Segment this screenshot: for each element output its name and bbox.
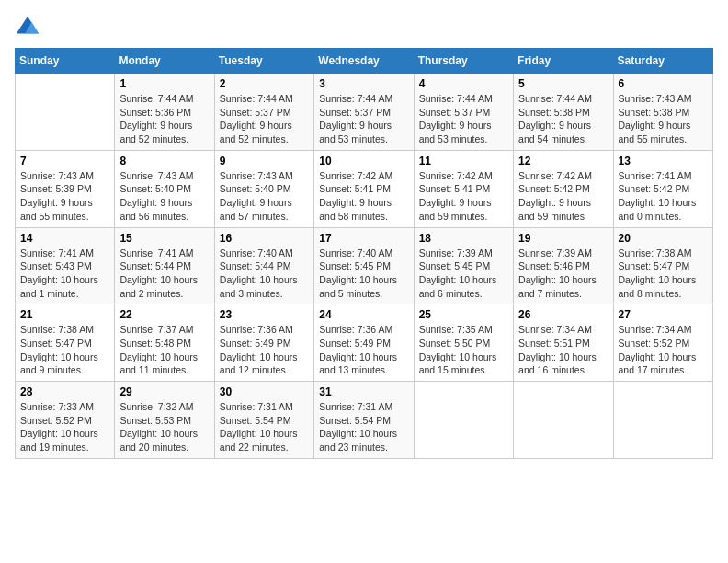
day-number: 4 [419, 77, 508, 90]
day-number: 29 [119, 385, 209, 398]
day-info: Sunrise: 7:39 AMSunset: 5:45 PMDaylight:… [419, 247, 508, 301]
day-info: Sunrise: 7:42 AMSunset: 5:41 PMDaylight:… [419, 169, 508, 224]
calendar-week-row: 28Sunrise: 7:33 AMSunset: 5:52 PMDayligh… [16, 382, 713, 459]
day-number: 13 [619, 155, 708, 167]
day-number: 15 [119, 232, 209, 245]
calendar-cell: 29Sunrise: 7:32 AMSunset: 5:53 PMDayligh… [115, 382, 214, 459]
day-info: Sunrise: 7:43 AMSunset: 5:39 PMDaylight:… [20, 169, 109, 224]
calendar-cell: 14Sunrise: 7:41 AMSunset: 5:43 PMDayligh… [16, 227, 115, 304]
day-number: 22 [119, 308, 209, 321]
logo [15, 15, 44, 40]
col-header-saturday: Saturday [613, 49, 712, 74]
day-info: Sunrise: 7:31 AMSunset: 5:54 PMDaylight:… [319, 400, 408, 454]
col-header-friday: Friday [514, 49, 613, 74]
page-header [15, 15, 713, 40]
calendar-cell: 1Sunrise: 7:44 AMSunset: 5:36 PMDaylight… [115, 74, 214, 151]
col-header-tuesday: Tuesday [214, 49, 313, 74]
day-info: Sunrise: 7:43 AMSunset: 5:40 PMDaylight:… [119, 169, 209, 224]
calendar-cell: 28Sunrise: 7:33 AMSunset: 5:52 PMDayligh… [16, 382, 115, 459]
calendar-cell: 23Sunrise: 7:36 AMSunset: 5:49 PMDayligh… [214, 304, 313, 382]
calendar-cell: 18Sunrise: 7:39 AMSunset: 5:45 PMDayligh… [414, 227, 513, 304]
day-info: Sunrise: 7:39 AMSunset: 5:46 PMDaylight:… [518, 247, 608, 301]
day-number: 17 [319, 232, 408, 245]
calendar-cell: 11Sunrise: 7:42 AMSunset: 5:41 PMDayligh… [414, 150, 513, 227]
day-info: Sunrise: 7:41 AMSunset: 5:43 PMDaylight:… [20, 247, 109, 301]
calendar-cell: 4Sunrise: 7:44 AMSunset: 5:37 PMDaylight… [414, 74, 513, 151]
calendar-cell: 6Sunrise: 7:43 AMSunset: 5:38 PMDaylight… [613, 74, 712, 151]
calendar-cell: 3Sunrise: 7:44 AMSunset: 5:37 PMDaylight… [314, 74, 414, 151]
day-number: 21 [20, 308, 109, 321]
calendar-week-row: 1Sunrise: 7:44 AMSunset: 5:36 PMDaylight… [16, 74, 713, 151]
calendar-cell: 8Sunrise: 7:43 AMSunset: 5:40 PMDaylight… [115, 150, 214, 227]
day-info: Sunrise: 7:33 AMSunset: 5:52 PMDaylight:… [20, 400, 109, 454]
day-number: 24 [319, 308, 408, 321]
day-number: 30 [220, 385, 309, 398]
logo-icon [15, 15, 40, 40]
calendar-cell: 31Sunrise: 7:31 AMSunset: 5:54 PMDayligh… [314, 382, 414, 459]
day-info: Sunrise: 7:44 AMSunset: 5:37 PMDaylight:… [220, 92, 309, 146]
calendar-cell: 25Sunrise: 7:35 AMSunset: 5:50 PMDayligh… [414, 304, 513, 382]
calendar-cell: 7Sunrise: 7:43 AMSunset: 5:39 PMDaylight… [16, 150, 115, 227]
calendar-cell [613, 382, 712, 459]
day-number: 5 [518, 77, 608, 90]
day-number: 18 [419, 232, 508, 245]
day-info: Sunrise: 7:44 AMSunset: 5:37 PMDaylight:… [419, 92, 508, 146]
day-number: 16 [220, 232, 309, 245]
day-info: Sunrise: 7:42 AMSunset: 5:42 PMDaylight:… [518, 169, 608, 224]
calendar-cell: 9Sunrise: 7:43 AMSunset: 5:40 PMDaylight… [214, 150, 313, 227]
day-info: Sunrise: 7:37 AMSunset: 5:48 PMDaylight:… [119, 323, 209, 377]
calendar-cell: 12Sunrise: 7:42 AMSunset: 5:42 PMDayligh… [514, 150, 613, 227]
day-info: Sunrise: 7:40 AMSunset: 5:45 PMDaylight:… [319, 247, 408, 301]
day-number: 28 [20, 385, 109, 398]
day-info: Sunrise: 7:44 AMSunset: 5:37 PMDaylight:… [319, 92, 408, 146]
calendar-cell [414, 382, 513, 459]
calendar-cell [514, 382, 613, 459]
day-number: 27 [619, 308, 708, 321]
calendar-cell: 16Sunrise: 7:40 AMSunset: 5:44 PMDayligh… [214, 227, 313, 304]
col-header-monday: Monday [115, 49, 214, 74]
calendar-cell: 20Sunrise: 7:38 AMSunset: 5:47 PMDayligh… [613, 227, 712, 304]
calendar-cell: 24Sunrise: 7:36 AMSunset: 5:49 PMDayligh… [314, 304, 414, 382]
day-number: 25 [419, 308, 508, 321]
day-info: Sunrise: 7:43 AMSunset: 5:38 PMDaylight:… [619, 92, 708, 146]
day-number: 12 [518, 155, 608, 167]
day-number: 23 [220, 308, 309, 321]
day-number: 11 [419, 155, 508, 167]
calendar-cell: 21Sunrise: 7:38 AMSunset: 5:47 PMDayligh… [16, 304, 115, 382]
calendar-cell: 10Sunrise: 7:42 AMSunset: 5:41 PMDayligh… [314, 150, 414, 227]
calendar-cell: 26Sunrise: 7:34 AMSunset: 5:51 PMDayligh… [514, 304, 613, 382]
col-header-sunday: Sunday [16, 49, 115, 74]
calendar-cell: 17Sunrise: 7:40 AMSunset: 5:45 PMDayligh… [314, 227, 414, 304]
day-info: Sunrise: 7:44 AMSunset: 5:36 PMDaylight:… [119, 92, 209, 146]
col-header-thursday: Thursday [414, 49, 513, 74]
day-info: Sunrise: 7:41 AMSunset: 5:42 PMDaylight:… [619, 169, 708, 224]
calendar-cell: 27Sunrise: 7:34 AMSunset: 5:52 PMDayligh… [613, 304, 712, 382]
day-number: 26 [518, 308, 608, 321]
day-number: 9 [220, 155, 309, 167]
calendar-header-row: SundayMondayTuesdayWednesdayThursdayFrid… [16, 49, 713, 74]
day-info: Sunrise: 7:43 AMSunset: 5:40 PMDaylight:… [220, 169, 309, 224]
day-info: Sunrise: 7:40 AMSunset: 5:44 PMDaylight:… [220, 247, 309, 301]
day-info: Sunrise: 7:35 AMSunset: 5:50 PMDaylight:… [419, 323, 508, 377]
day-number: 8 [119, 155, 209, 167]
day-info: Sunrise: 7:34 AMSunset: 5:51 PMDaylight:… [518, 323, 608, 377]
day-number: 20 [619, 232, 708, 245]
calendar-cell: 13Sunrise: 7:41 AMSunset: 5:42 PMDayligh… [613, 150, 712, 227]
day-info: Sunrise: 7:44 AMSunset: 5:38 PMDaylight:… [518, 92, 608, 146]
day-number: 2 [220, 77, 309, 90]
calendar-week-row: 21Sunrise: 7:38 AMSunset: 5:47 PMDayligh… [16, 304, 713, 382]
calendar-week-row: 14Sunrise: 7:41 AMSunset: 5:43 PMDayligh… [16, 227, 713, 304]
day-info: Sunrise: 7:36 AMSunset: 5:49 PMDaylight:… [220, 323, 309, 377]
day-number: 31 [319, 385, 408, 398]
day-number: 10 [319, 155, 408, 167]
day-number: 1 [119, 77, 209, 90]
calendar-week-row: 7Sunrise: 7:43 AMSunset: 5:39 PMDaylight… [16, 150, 713, 227]
day-info: Sunrise: 7:36 AMSunset: 5:49 PMDaylight:… [319, 323, 408, 377]
day-info: Sunrise: 7:41 AMSunset: 5:44 PMDaylight:… [119, 247, 209, 301]
day-number: 3 [319, 77, 408, 90]
calendar-table: SundayMondayTuesdayWednesdayThursdayFrid… [15, 48, 713, 459]
day-info: Sunrise: 7:31 AMSunset: 5:54 PMDaylight:… [220, 400, 309, 454]
day-info: Sunrise: 7:42 AMSunset: 5:41 PMDaylight:… [319, 169, 408, 224]
col-header-wednesday: Wednesday [314, 49, 414, 74]
day-info: Sunrise: 7:34 AMSunset: 5:52 PMDaylight:… [619, 323, 708, 377]
